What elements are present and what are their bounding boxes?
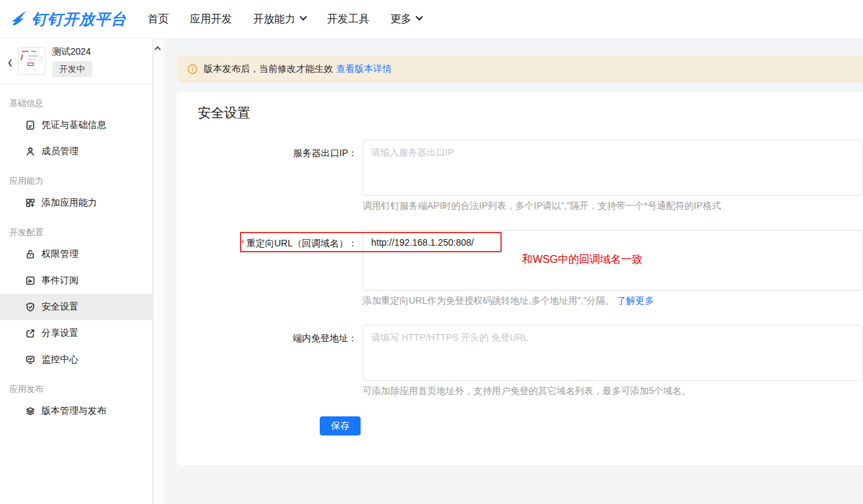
share-icon <box>25 328 36 339</box>
form-row-sso-address: 端内免登地址： 可添加除应用首页地址外，支持用户免登的其它域名列表，最多可添加5… <box>198 325 863 397</box>
monitor-icon <box>25 354 36 365</box>
app-status-badge: 开发中 <box>52 61 92 77</box>
sidebar-app-header: ‹ 测试2024 开发中 <box>0 39 152 84</box>
chevron-down-icon <box>299 13 307 20</box>
dingtalk-wing-icon <box>9 9 29 29</box>
sidebar: ‹ 测试2024 开发中 基础信息 凭证与基础信息 成员管理 应用能力 <box>0 39 153 504</box>
scroll-up-arrow-icon[interactable] <box>154 43 164 53</box>
required-asterisk: * <box>241 238 245 248</box>
form-row-redirect-url: 和WSG中的回调域名一致 *重定向URL（回调域名）： http://192.1… <box>198 230 863 307</box>
nav-home[interactable]: 首页 <box>137 13 179 26</box>
page-title: 安全设置 <box>198 104 863 122</box>
server-ip-input[interactable] <box>363 140 863 196</box>
sidebar-item-monitor-center[interactable]: 监控中心 <box>0 347 152 373</box>
nav-open-capability[interactable]: 开放能力 <box>243 13 316 26</box>
form-row-server-ip: 服务器出口IP： 调用钉钉服务端API时的合法IP列表，多个IP请以","隔开，… <box>198 140 863 212</box>
version-icon <box>25 406 36 416</box>
redirect-url-input[interactable]: http://192.168.1.250:808/ <box>363 230 863 291</box>
add-capability-icon <box>25 198 36 208</box>
back-icon[interactable]: ‹ <box>8 52 13 70</box>
section-basic-info: 基础信息 <box>0 90 152 112</box>
chevron-down-icon <box>415 13 423 20</box>
sidebar-item-members[interactable]: 成员管理 <box>0 138 152 165</box>
main-content: 版本发布后，当前修改才能生效 查看版本详情 安全设置 服务器出口IP： 调用钉钉… <box>164 39 863 504</box>
version-notice-banner: 版本发布后，当前修改才能生效 查看版本详情 <box>177 55 863 83</box>
sidebar-item-security-settings[interactable]: 安全设置 <box>0 294 152 320</box>
logo-text: 钉钉开放平台 <box>32 9 127 30</box>
security-icon <box>25 302 36 312</box>
sso-address-help: 可添加除应用首页地址外，支持用户免登的其它域名列表，最多可添加5个域名。 <box>363 385 863 397</box>
sidebar-nav: 基础信息 凭证与基础信息 成员管理 应用能力 添加应用能力 开发配置 权 <box>0 84 152 424</box>
dingtalk-logo[interactable]: 钉钉开放平台 <box>9 9 127 30</box>
security-settings-card: 安全设置 服务器出口IP： 调用钉钉服务端API时的合法IP列表，多个IP请以"… <box>177 92 863 465</box>
learn-more-link[interactable]: 了解更多 <box>617 295 654 306</box>
server-ip-help: 调用钉钉服务端API时的合法IP列表，多个IP请以","隔开，支持带一个*号通配… <box>363 200 863 212</box>
redirect-url-help: 添加重定向URL作为免登授权码跳转地址,多个地址用","分隔。 了解更多 <box>363 295 863 307</box>
sidebar-item-event-subscription[interactable]: 事件订阅 <box>0 267 152 294</box>
info-icon <box>187 64 198 74</box>
sso-address-input[interactable] <box>363 325 863 381</box>
section-app-capability: 应用能力 <box>0 167 152 190</box>
nav-more[interactable]: 更多 <box>380 13 432 26</box>
sidebar-item-add-capability[interactable]: 添加应用能力 <box>0 190 152 216</box>
member-icon <box>25 146 36 157</box>
section-app-release: 应用发布 <box>0 376 152 398</box>
sidebar-item-share-settings[interactable]: 分享设置 <box>0 320 152 347</box>
sso-address-label: 端内免登地址： <box>198 325 363 397</box>
top-navigation: 首页 应用开发 开放能力 开发工具 更多 <box>137 13 432 26</box>
sidebar-item-credentials[interactable]: 凭证与基础信息 <box>0 112 152 138</box>
redirect-url-label: *重定向URL（回调域名）： <box>198 230 363 307</box>
top-header: 钉钉开放平台 首页 应用开发 开放能力 开发工具 更多 <box>0 0 863 39</box>
app-name: 测试2024 <box>52 46 92 58</box>
save-button[interactable]: 保存 <box>320 416 361 435</box>
sidebar-item-permissions[interactable]: 权限管理 <box>0 241 152 267</box>
sidebar-scrollbar[interactable] <box>154 39 164 504</box>
sidebar-item-version-release[interactable]: 版本管理与发布 <box>0 398 152 424</box>
server-ip-label: 服务器出口IP： <box>198 140 363 212</box>
banner-text: 版本发布后，当前修改才能生效 <box>204 63 333 75</box>
nav-dev-tools[interactable]: 开发工具 <box>316 13 380 26</box>
section-dev-config: 开发配置 <box>0 219 152 241</box>
app-thumbnail <box>18 47 45 75</box>
credential-icon <box>25 120 36 130</box>
permission-icon <box>25 249 36 260</box>
nav-app-development[interactable]: 应用开发 <box>179 13 243 26</box>
event-subscription-icon <box>25 275 36 286</box>
view-version-details-link[interactable]: 查看版本详情 <box>336 63 392 75</box>
